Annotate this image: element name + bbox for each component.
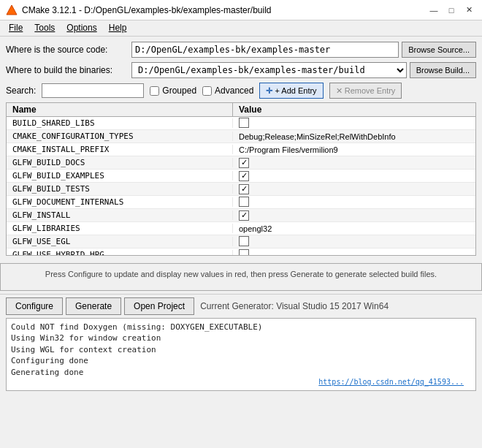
window-controls: — □ ✕ <box>426 4 476 17</box>
browse-build-button[interactable]: Browse Build... <box>410 62 476 78</box>
table-row[interactable]: CMAKE_CONFIGURATION_TYPESDebug;Release;M… <box>7 130 475 143</box>
table-row[interactable]: GLFW_DOCUMENT_INTERNALS <box>7 196 475 209</box>
browse-source-button[interactable]: Browse Source... <box>402 42 476 58</box>
log-link[interactable]: https://blog.csdn.net/qq_41593... <box>318 377 464 387</box>
table-row[interactable]: GLFW_LIBRARIESopengl32 <box>7 222 475 235</box>
svg-marker-0 <box>7 5 17 15</box>
variable-value[interactable] <box>233 210 475 221</box>
variable-name: GLFW_BUILD_TESTS <box>7 184 233 194</box>
table-row[interactable]: CMAKE_INSTALL_PREFIXC:/Program Files/ver… <box>7 143 475 156</box>
configure-button[interactable]: Configure <box>6 297 63 315</box>
variable-value: opengl32 <box>233 224 475 233</box>
variable-name: GLFW_INSTALL <box>7 210 233 220</box>
variable-name: BUILD_SHARED_LIBS <box>7 118 233 128</box>
source-path-input[interactable] <box>131 42 399 58</box>
add-entry-label: + Add Entry <box>275 86 316 95</box>
app-icon <box>6 4 18 16</box>
variable-name: GLFW_DOCUMENT_INTERNALS <box>7 197 233 207</box>
cmake-variables-table: Name Value BUILD_SHARED_LIBSCMAKE_CONFIG… <box>6 102 476 256</box>
log-lines: Could NOT find Doxygen (missing: DOXYGEN… <box>11 322 471 378</box>
generate-button[interactable]: Generate <box>66 297 121 315</box>
variable-name: GLFW_USE_HYBRID_HPG <box>7 250 233 256</box>
variable-value: C:/Program Files/vermilion9 <box>233 145 475 154</box>
source-path-row: Where is the source code: Browse Source.… <box>6 41 476 58</box>
variable-value[interactable] <box>233 118 475 129</box>
table-body: BUILD_SHARED_LIBSCMAKE_CONFIGURATION_TYP… <box>7 117 475 256</box>
minimize-button[interactable]: — <box>426 4 441 17</box>
checked-checkbox[interactable] <box>239 158 249 168</box>
grouped-checkbox-group: Grouped <box>150 86 196 96</box>
status-message: Press Configure to update and display ne… <box>45 270 437 278</box>
search-row: Search: Grouped Advanced ✛ + Add Entry ✕… <box>6 82 476 99</box>
search-input[interactable] <box>42 83 144 98</box>
grouped-checkbox[interactable] <box>150 86 159 96</box>
search-label: Search: <box>6 86 36 96</box>
variable-value[interactable] <box>233 171 475 181</box>
add-entry-button[interactable]: ✛ + Add Entry <box>259 83 323 99</box>
open-project-button[interactable]: Open Project <box>124 297 194 315</box>
unchecked-checkbox[interactable] <box>239 118 249 128</box>
menu-help[interactable]: Help <box>103 22 133 34</box>
menu-tools[interactable]: Tools <box>28 22 61 34</box>
log-line: Using Win32 for window creation <box>11 333 471 343</box>
variable-name: GLFW_USE_EGL <box>7 237 233 246</box>
log-area[interactable]: Could NOT find Doxygen (missing: DOXYGEN… <box>6 318 476 391</box>
bottom-bar: Configure Generate Open Project Current … <box>0 294 482 318</box>
menu-file[interactable]: File <box>3 22 28 34</box>
main-content: Where is the source code: Browse Source.… <box>0 37 482 260</box>
unchecked-checkbox[interactable] <box>239 197 249 207</box>
advanced-checkbox[interactable] <box>202 86 212 96</box>
variable-name: GLFW_BUILD_EXAMPLES <box>7 171 233 181</box>
variable-name: GLFW_BUILD_DOCS <box>7 158 233 167</box>
build-path-row: Where to build the binaries: D:/OpenGL/e… <box>6 61 476 79</box>
title-bar: CMake 3.12.1 - D:/OpenGL/examples-bk/exa… <box>0 0 482 20</box>
variable-name: CMAKE_INSTALL_PREFIX <box>7 145 233 154</box>
window-title: CMake 3.12.1 - D:/OpenGL/examples-bk/exa… <box>22 5 426 15</box>
table-row[interactable]: GLFW_USE_EGL <box>7 235 475 248</box>
variable-name: CMAKE_CONFIGURATION_TYPES <box>7 132 233 141</box>
checked-checkbox[interactable] <box>239 171 249 181</box>
advanced-checkbox-group: Advanced <box>202 86 253 96</box>
variable-value[interactable] <box>233 184 475 194</box>
col-header-value: Value <box>233 103 475 116</box>
grouped-label: Grouped <box>162 86 196 96</box>
build-path-select[interactable]: D:/OpenGL/examples-bk/examples-master/bu… <box>131 62 407 78</box>
build-path-label: Where to build the binaries: <box>6 65 131 75</box>
table-row[interactable]: GLFW_BUILD_EXAMPLES <box>7 170 475 183</box>
menu-bar: File Tools Options Help <box>0 20 482 37</box>
table-row[interactable]: BUILD_SHARED_LIBS <box>7 117 475 130</box>
table-row[interactable]: GLFW_BUILD_DOCS <box>7 156 475 170</box>
log-line: Could NOT find Doxygen (missing: DOXYGEN… <box>11 322 471 333</box>
plus-icon: ✛ <box>266 86 272 96</box>
checked-checkbox[interactable] <box>239 210 249 221</box>
close-button[interactable]: ✕ <box>462 4 476 17</box>
variable-value[interactable] <box>233 197 475 208</box>
table-row[interactable]: GLFW_USE_HYBRID_HPG <box>7 248 475 256</box>
log-line: Generating done <box>11 367 471 378</box>
remove-entry-button[interactable]: ✕ Remove Entry <box>329 83 402 99</box>
source-path-label: Where is the source code: <box>6 45 131 55</box>
status-bar: Press Configure to update and display ne… <box>0 263 482 291</box>
unchecked-checkbox[interactable] <box>239 249 249 257</box>
advanced-label: Advanced <box>215 86 253 96</box>
log-line: Using WGL for context creation <box>11 344 471 355</box>
maximize-button[interactable]: □ <box>444 4 459 17</box>
generator-label: Current Generator: Visual Studio 15 2017… <box>200 301 389 311</box>
variable-value[interactable] <box>233 249 475 257</box>
table-header: Name Value <box>7 103 475 117</box>
checked-checkbox[interactable] <box>239 184 249 194</box>
unchecked-checkbox[interactable] <box>239 236 249 246</box>
variable-value[interactable] <box>233 236 475 248</box>
menu-options[interactable]: Options <box>61 22 102 34</box>
col-header-name: Name <box>7 103 233 116</box>
variable-name: GLFW_LIBRARIES <box>7 224 233 233</box>
table-row[interactable]: GLFW_BUILD_TESTS <box>7 183 475 196</box>
log-line: Configuring done <box>11 355 471 366</box>
variable-value: Debug;Release;MinSizeRel;RelWithDebInfo <box>233 132 475 141</box>
variable-value[interactable] <box>233 158 475 168</box>
table-row[interactable]: GLFW_INSTALL <box>7 209 475 222</box>
